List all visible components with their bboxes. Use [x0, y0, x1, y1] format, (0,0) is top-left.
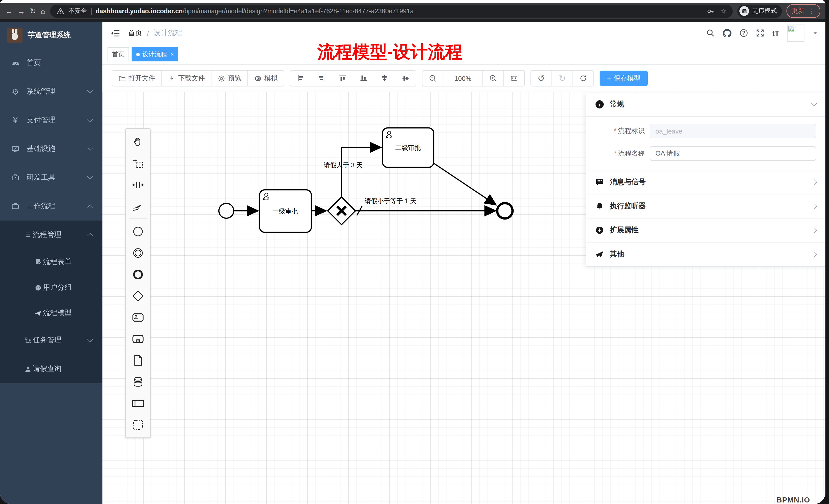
- space-tool[interactable]: [128, 174, 148, 195]
- create-participant[interactable]: [128, 392, 148, 414]
- align-bottom-button[interactable]: [353, 71, 374, 86]
- panel-section-general[interactable]: i 常规: [586, 92, 825, 116]
- redo-button[interactable]: ↻: [551, 71, 573, 86]
- font-size-icon[interactable]: tT: [772, 29, 779, 37]
- key-icon[interactable]: [707, 7, 715, 15]
- flow-task2-to-end[interactable]: [434, 163, 496, 205]
- incognito-icon: [740, 6, 749, 16]
- align-top-button[interactable]: [332, 71, 353, 86]
- button-label: 下载文件: [178, 74, 205, 83]
- flow-label-le1[interactable]: 请假小于等于 1 天: [365, 197, 417, 204]
- field-label-text: 流程名称: [618, 149, 645, 157]
- panel-section-other[interactable]: 其他: [586, 242, 825, 266]
- refresh-icon: [579, 74, 587, 82]
- undo-button[interactable]: ↺: [531, 71, 551, 86]
- create-gateway[interactable]: [128, 285, 148, 307]
- align-left-icon: [296, 74, 305, 82]
- create-end-event[interactable]: [128, 264, 148, 285]
- sidebar-item-devtools[interactable]: 研发工具: [0, 163, 102, 192]
- end-event[interactable]: [497, 203, 512, 219]
- zoom-in-button[interactable]: [482, 71, 503, 86]
- url-bar[interactable]: 不安全 dashboard.yudao.iocoder.cn/bpm/manag…: [50, 4, 733, 18]
- avatar[interactable]: [787, 24, 804, 42]
- tag-close-icon[interactable]: ×: [171, 51, 174, 57]
- zoom-out-button[interactable]: [423, 71, 443, 86]
- tag-design-process[interactable]: 设计流程 ×: [132, 47, 178, 62]
- section-label: 常规: [610, 100, 624, 109]
- sidebar-item-label: 流程表单: [43, 257, 72, 267]
- bpmn-io-watermark[interactable]: BPMN.iO: [777, 496, 810, 504]
- security-label: 不安全: [68, 7, 87, 15]
- field-process-key: *流程标识: [596, 124, 816, 138]
- simulate-button[interactable]: 模拟: [247, 71, 284, 86]
- exclusive-gateway[interactable]: [328, 197, 355, 225]
- align-left-button[interactable]: [290, 71, 311, 86]
- sidebar-item-label: 任务管理: [33, 336, 62, 345]
- panel-section-extensions[interactable]: 扩展属性: [586, 218, 825, 242]
- back-icon[interactable]: ←: [5, 7, 13, 15]
- fullscreen-icon[interactable]: [756, 29, 764, 37]
- create-start-event[interactable]: [128, 221, 148, 242]
- create-subprocess[interactable]: [128, 328, 148, 349]
- panel-section-listeners[interactable]: 执行监听器: [586, 194, 825, 218]
- home-icon[interactable]: ⌂: [41, 7, 45, 15]
- sidebar-item-user-group[interactable]: 用户分组: [0, 275, 102, 300]
- help-icon[interactable]: [740, 29, 748, 37]
- align-center-horizontal-button[interactable]: [374, 71, 395, 86]
- hand-tool[interactable]: [128, 131, 148, 153]
- start-event[interactable]: [219, 203, 234, 218]
- gear-icon: ⚙: [10, 87, 21, 96]
- lasso-tool[interactable]: [128, 153, 148, 174]
- create-user-task[interactable]: [128, 307, 148, 328]
- sidebar-item-home[interactable]: 首页: [0, 49, 102, 77]
- app-logo-row[interactable]: 芋道管理系统: [0, 22, 102, 49]
- reload-icon[interactable]: ↻: [30, 7, 36, 15]
- sidebar-collapse-icon[interactable]: [111, 28, 120, 38]
- breadcrumb-home[interactable]: 首页: [128, 28, 142, 38]
- user-task-level2[interactable]: 二级审批: [383, 128, 434, 167]
- create-data-object[interactable]: [128, 349, 148, 371]
- open-file-button[interactable]: 打开文件: [112, 71, 161, 86]
- sidebar-item-task-mgmt[interactable]: 任务管理: [0, 326, 102, 355]
- flow-label-gt3[interactable]: 请假大于 3 天: [324, 161, 363, 168]
- save-model-button[interactable]: + 保存模型: [600, 71, 648, 86]
- tag-home[interactable]: 首页: [108, 47, 129, 62]
- process-name-input[interactable]: [650, 146, 816, 161]
- flow-gateway-to-task2[interactable]: [341, 147, 381, 197]
- download-file-button[interactable]: 下载文件: [161, 71, 211, 86]
- button-label: 预览: [228, 74, 241, 83]
- briefcase-icon: [10, 202, 21, 210]
- align-right-button[interactable]: [311, 71, 332, 86]
- sidebar-item-process-model[interactable]: 流程模型: [0, 300, 102, 326]
- create-intermediate-event[interactable]: [128, 242, 148, 264]
- preview-icon: [218, 74, 225, 82]
- button-label: 模拟: [264, 74, 278, 83]
- sidebar-item-system[interactable]: ⚙ 系统管理: [0, 77, 102, 106]
- browser-menu-icon[interactable]: ⋮: [808, 7, 815, 15]
- github-icon[interactable]: [722, 28, 732, 38]
- zoom-reset-button[interactable]: [503, 71, 524, 86]
- tag-active-dot: [136, 52, 140, 56]
- browser-update-button[interactable]: 更新 ⋮: [787, 4, 820, 18]
- sidebar-item-workflow[interactable]: 工作流程: [0, 192, 102, 221]
- restart-button[interactable]: [573, 71, 593, 86]
- create-group[interactable]: [128, 414, 148, 435]
- sidebar-item-payment[interactable]: ¥ 支付管理: [0, 106, 102, 134]
- create-data-store[interactable]: [128, 371, 148, 392]
- user-task-level1[interactable]: 一级审批: [260, 190, 311, 232]
- align-center-vertical-button[interactable]: [395, 71, 416, 86]
- forward-icon[interactable]: →: [17, 7, 25, 15]
- chevron-right-icon: [811, 227, 817, 233]
- sidebar-item-process-mgmt[interactable]: 流程管理: [0, 221, 102, 249]
- sidebar-item-leave-query[interactable]: 请假查询: [0, 355, 102, 383]
- avatar-caret-icon[interactable]: [813, 32, 817, 34]
- panel-section-messages[interactable]: 消息与信号: [586, 170, 825, 194]
- bookmark-star-icon[interactable]: ☆: [720, 7, 727, 15]
- process-key-input[interactable]: [650, 124, 816, 138]
- breadcrumb-separator: /: [147, 29, 149, 37]
- global-connect-tool[interactable]: [128, 195, 148, 217]
- sidebar-item-infra[interactable]: 基础设施: [0, 134, 102, 163]
- sidebar-item-process-form[interactable]: 流程表单: [0, 249, 102, 275]
- search-icon[interactable]: [706, 29, 715, 37]
- preview-button[interactable]: 预览: [211, 71, 247, 86]
